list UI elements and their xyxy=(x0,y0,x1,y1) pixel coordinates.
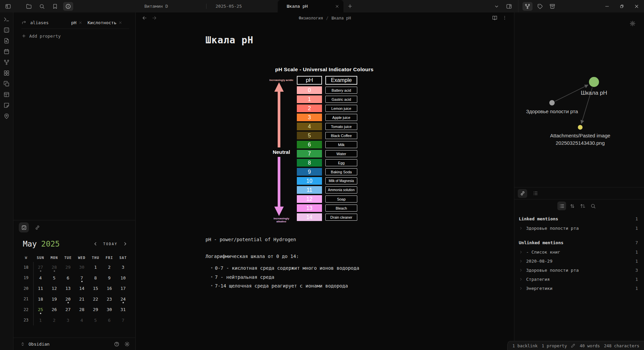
calendar-day[interactable]: 16 xyxy=(102,283,116,294)
calendar-day[interactable]: 19 xyxy=(47,294,61,305)
property-pill[interactable]: pH xyxy=(71,20,82,25)
calendar-day[interactable]: 26 xyxy=(47,304,61,315)
calendar-day[interactable]: 20 xyxy=(61,294,75,305)
calendar-day[interactable]: 8 xyxy=(89,273,102,283)
calendar-week-number[interactable]: 21 xyxy=(19,294,34,305)
calendar-check-icon[interactable] xyxy=(19,222,29,232)
sort-asc-icon[interactable] xyxy=(578,202,587,210)
list-icon[interactable] xyxy=(557,202,566,210)
calendar-day[interactable]: 21 xyxy=(75,294,89,305)
calendar-day[interactable]: 2 xyxy=(102,262,116,273)
calendar-week-number[interactable]: 19 xyxy=(19,273,34,283)
settings-gear-icon[interactable] xyxy=(124,341,130,347)
calendar-day[interactable]: 9 xyxy=(102,273,116,283)
calendar-day[interactable]: 10 xyxy=(116,273,130,283)
calendar-day[interactable]: 3 xyxy=(61,315,75,326)
ribbon-sticky-note-icon[interactable] xyxy=(3,102,10,108)
calendar-day[interactable]: 1 xyxy=(34,315,47,326)
window-restore-button[interactable] xyxy=(614,0,629,12)
calendar-month[interactable]: May xyxy=(23,239,37,248)
note-title[interactable]: Шкала pH xyxy=(205,34,501,47)
list-item[interactable]: 0-7 - кислотная среда содержит много ион… xyxy=(211,264,501,273)
search-icon[interactable] xyxy=(37,2,47,11)
calendar-day[interactable]: 5 xyxy=(47,273,61,283)
calendar-day[interactable]: 6 xyxy=(102,315,116,326)
calendar-day[interactable]: 27 xyxy=(61,304,75,315)
calendar-day[interactable]: 2 xyxy=(47,315,61,326)
mention-item[interactable]: Стратегия1 xyxy=(514,275,644,284)
calendar-day[interactable]: 31 xyxy=(116,304,130,315)
info-icon[interactable] xyxy=(63,2,73,11)
chevron-down-icon[interactable] xyxy=(492,2,502,11)
list-item[interactable]: 7 - нейтральная среда xyxy=(211,273,501,282)
backlink-count[interactable]: 1 backlink xyxy=(512,343,538,348)
tab-2[interactable]: 2025-05-25 xyxy=(206,0,278,12)
property-row-aliases[interactable]: aliases pHКислотность xyxy=(21,16,129,29)
list-item[interactable]: 7-14 щелочная среда реагирует с ионами в… xyxy=(211,281,501,291)
back-arrow-icon[interactable] xyxy=(142,15,147,21)
ribbon-file-search-icon[interactable] xyxy=(3,37,10,44)
more-vertical-icon[interactable] xyxy=(502,15,507,21)
calendar-day[interactable]: 30 xyxy=(75,262,89,273)
mentions-section-header[interactable]: Unlinked mentions7 xyxy=(514,237,644,248)
calendar-next-icon[interactable] xyxy=(123,241,128,247)
mention-item[interactable]: Здоровье полости рта3 xyxy=(514,266,644,275)
calendar-day[interactable]: 12 xyxy=(47,283,61,294)
breadcrumb-note[interactable]: Шкала pH xyxy=(331,16,351,20)
sidebar-left-icon[interactable] xyxy=(3,2,13,11)
calendar-day[interactable]: 4 xyxy=(75,315,89,326)
bookmark-icon[interactable] xyxy=(50,2,60,11)
ribbon-calendar-icon[interactable] xyxy=(3,48,10,55)
tab-close-icon[interactable] xyxy=(335,4,339,9)
calendar-day[interactable]: 29 xyxy=(89,304,102,315)
calendar-day[interactable]: 28 xyxy=(75,304,89,315)
calendar-day[interactable]: 18 xyxy=(34,294,47,305)
tab-1[interactable]: Витамин D xyxy=(135,0,206,12)
tab-3[interactable]: Шкала pH xyxy=(278,0,343,12)
note-editor[interactable]: Шкала pH pH Scale - Universal Indicator … xyxy=(136,24,514,350)
calendar-day[interactable]: 1 xyxy=(89,262,102,273)
calendar-day[interactable]: 22 xyxy=(89,294,102,305)
mention-item[interactable]: Энергетики1 xyxy=(514,284,644,293)
paragraph[interactable]: Логарифмическая шкала от 0 до 14: xyxy=(205,253,501,260)
ribbon-layout-panel-icon[interactable] xyxy=(3,91,10,98)
ribbon-layout-grid-icon[interactable] xyxy=(3,70,10,76)
calendar-week-number[interactable]: 22 xyxy=(19,304,34,315)
mention-item[interactable]: Здоровье полости рта1 xyxy=(514,224,644,233)
ph-figure[interactable]: pH Scale - Universal Indicator Colours I… xyxy=(269,65,380,223)
forward-arrow-icon[interactable] xyxy=(151,15,157,21)
calendar-week-number[interactable]: 20 xyxy=(19,283,34,294)
mention-item[interactable]: - Список книг1 xyxy=(514,248,644,257)
graph-pane[interactable]: Шкала pHЗдоровье полости ртаAttachments/… xyxy=(514,12,644,187)
calendar-day[interactable]: 11 xyxy=(34,283,47,294)
pill-remove-icon[interactable] xyxy=(119,21,122,25)
calendar-day[interactable]: 24 xyxy=(116,294,130,305)
graph-node[interactable] xyxy=(589,77,599,87)
breadcrumb-folder[interactable]: Физиология xyxy=(299,16,323,20)
property-name[interactable]: aliases xyxy=(30,20,67,25)
calendar-day[interactable]: 7 xyxy=(116,315,130,326)
calendar-day[interactable]: 3 xyxy=(116,262,130,273)
calendar-day[interactable]: 30 xyxy=(102,304,116,315)
ribbon-map-pin-icon[interactable] xyxy=(3,113,10,119)
book-open-icon[interactable] xyxy=(492,15,498,21)
link-tab-icon[interactable] xyxy=(518,189,527,198)
new-tab-button[interactable] xyxy=(343,0,356,12)
calendar-day[interactable]: 28 xyxy=(47,262,61,273)
window-close-button[interactable] xyxy=(629,0,644,12)
calendar-day[interactable]: 6 xyxy=(61,273,75,283)
graph-node[interactable] xyxy=(549,100,555,105)
ribbon-terminal-icon[interactable] xyxy=(3,16,10,23)
tags-icon[interactable] xyxy=(535,2,545,11)
calendar-day[interactable]: 5 xyxy=(89,315,102,326)
calendar-week-number[interactable]: 23 xyxy=(19,315,34,326)
calendar-day[interactable]: 15 xyxy=(89,283,102,294)
calendar-day[interactable]: 14 xyxy=(75,283,89,294)
calendar-day[interactable]: 23 xyxy=(102,294,116,305)
calendar-year[interactable]: 2025 xyxy=(41,239,60,248)
mention-item[interactable]: 2020-08-291 xyxy=(514,257,644,266)
property-count[interactable]: 1 property xyxy=(542,343,567,348)
up-down-icon[interactable] xyxy=(568,202,577,210)
link-icon[interactable] xyxy=(32,222,42,232)
calendar-day[interactable]: 29 xyxy=(61,262,75,273)
